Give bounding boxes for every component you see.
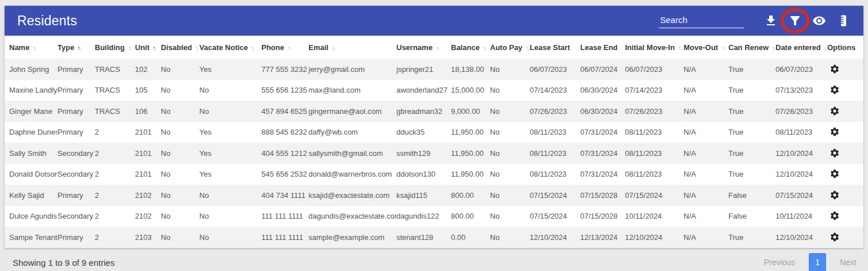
gear-icon: [830, 88, 840, 97]
cell: 2103: [135, 227, 161, 248]
column-header-lease-end: Lease End: [580, 36, 625, 59]
cell-options: [827, 185, 863, 206]
cell: 08/11/2023: [530, 164, 580, 185]
cell: N/A: [684, 143, 728, 164]
table-toolbar: Residents: [5, 6, 863, 36]
visibility-button[interactable]: [807, 9, 831, 33]
cell: 2101: [135, 143, 161, 164]
cell-options: [827, 59, 863, 80]
eye-icon: [812, 14, 826, 28]
cell: donald@warnerbros.com: [308, 164, 396, 185]
column-header-phone[interactable]: Phone↑↓: [261, 36, 308, 59]
sort-icon: ↑↓: [77, 44, 80, 51]
cell: No: [161, 59, 199, 80]
column-header-building[interactable]: Building↑↓: [95, 36, 135, 59]
cell: No: [490, 80, 530, 101]
row-options-button[interactable]: [827, 209, 840, 223]
cell: 11,950.00: [451, 143, 490, 164]
cell: daffy@wb.com: [308, 122, 396, 143]
cell: No: [161, 80, 199, 101]
table-row: Donald DotsonSecondary22101NoYes545 656 …: [5, 164, 863, 185]
cell: 12/10/2024: [625, 227, 684, 248]
cell-options: [827, 227, 863, 248]
row-options-button[interactable]: [827, 125, 840, 139]
column-header-type[interactable]: Type↑↓: [57, 36, 95, 59]
column-header-date-entered[interactable]: Date entered↑↓: [776, 36, 827, 59]
cell: 08/11/2023: [625, 122, 684, 143]
cell: Secondary: [57, 143, 95, 164]
cell: Secondary: [57, 206, 95, 227]
row-options-button[interactable]: [827, 105, 840, 118]
column-header-email[interactable]: Email↑↓: [308, 36, 396, 59]
cell: N/A: [684, 59, 728, 80]
cell: 10/11/2024: [625, 206, 684, 227]
cell: Donald Dotson: [5, 164, 57, 185]
cell: No: [490, 206, 530, 227]
table-row: Dulce AgundisSecondary22102NoNo111 111 1…: [5, 206, 863, 227]
columns-button[interactable]: [831, 9, 855, 33]
column-label: Unit: [135, 43, 149, 52]
column-header-can-renew[interactable]: Can Renew↑↓: [728, 36, 776, 59]
column-header-name[interactable]: Name↑↓: [5, 36, 57, 59]
row-options-button[interactable]: [827, 189, 840, 202]
cell: Maxine Landly: [5, 80, 57, 101]
column-header-initial-move-in[interactable]: Initial Move-In↑↓: [625, 36, 684, 59]
row-options-button[interactable]: [827, 147, 840, 160]
column-label: Name: [9, 43, 29, 52]
next-button[interactable]: Next: [838, 254, 859, 270]
row-options-button[interactable]: [827, 83, 840, 97]
row-options-button[interactable]: [827, 167, 840, 181]
cell: 11,950.00: [451, 122, 490, 143]
previous-button[interactable]: Previous: [762, 254, 797, 270]
column-header-username[interactable]: Username↑↓: [396, 36, 451, 59]
cell: 06/07/2023: [530, 59, 580, 80]
cell: max@land.com: [308, 80, 396, 101]
filter-icon: [788, 14, 802, 28]
download-button[interactable]: [759, 9, 783, 33]
gear-icon: [830, 214, 840, 223]
cell: No: [199, 101, 261, 122]
column-header-move-out[interactable]: Move-Out↑↓: [684, 36, 728, 59]
page: Residents: [0, 0, 868, 271]
cell: 2102: [135, 206, 161, 227]
page-1-button[interactable]: 1: [809, 253, 826, 271]
sort-icon: ↑↓: [435, 44, 438, 51]
cell: ksajid115: [396, 185, 451, 206]
cell: N/A: [684, 80, 728, 101]
cell: 08/11/2023: [530, 122, 580, 143]
sort-icon: ↑↓: [331, 44, 334, 51]
filter-button[interactable]: [783, 9, 807, 33]
gear-icon: [830, 172, 840, 181]
column-header-vacate-notice[interactable]: Vacate Notice↑↓: [199, 36, 261, 59]
column-header-disabled[interactable]: Disabled↑↓: [161, 36, 199, 59]
column-label: Vacate Notice: [199, 43, 248, 52]
cell: 800.00: [451, 185, 490, 206]
cell: No: [161, 206, 199, 227]
search-input[interactable]: [659, 13, 744, 28]
column-header-options: Options: [827, 36, 863, 59]
cell: 08/11/2023: [625, 164, 684, 185]
cell: No: [490, 227, 530, 248]
cell: sample@example.com: [308, 227, 396, 248]
column-label: Move-Out: [684, 43, 718, 52]
cell: 07/13/2023: [776, 80, 827, 101]
cell: 08/11/2023: [776, 122, 827, 143]
cell: Yes: [199, 143, 261, 164]
column-header-auto-pay[interactable]: Auto Pay↑↓: [490, 36, 530, 59]
column-header-unit[interactable]: Unit↑↓: [135, 36, 161, 59]
page-title: Residents: [17, 13, 77, 29]
cell: John Spring: [5, 59, 57, 80]
table-row: Sally SmithSecondary22101NoYes404 555 12…: [5, 143, 863, 164]
cell: TRACS: [95, 59, 135, 80]
column-header-balance[interactable]: Balance↑↓: [451, 36, 490, 59]
column-label: Phone: [261, 43, 284, 52]
cell: No: [490, 59, 530, 80]
cell: True: [728, 101, 776, 122]
row-options-button[interactable]: [827, 63, 840, 76]
cell: Yes: [199, 122, 261, 143]
cell: Primary: [57, 101, 95, 122]
column-label: Email: [308, 43, 329, 52]
row-options-button[interactable]: [827, 231, 840, 244]
cell: No: [199, 227, 261, 248]
cell: 07/26/2023: [625, 101, 684, 122]
